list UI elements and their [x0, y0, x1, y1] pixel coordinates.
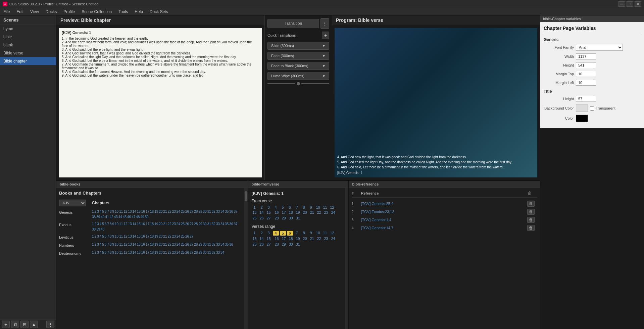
- title-height-input[interactable]: [576, 96, 596, 102]
- ref-link-3[interactable]: [TGV] Genesis:1,4: [361, 218, 526, 222]
- quick-transitions-label: Quick Transitions: [267, 33, 296, 37]
- scenes-add-button[interactable]: +: [2, 321, 10, 328]
- right-panel-content: Chapter Page Variables Generic Font Fami…: [540, 22, 644, 128]
- titlebar-text: OBS Studio 30.2.3 - Profile: Untitled - …: [9, 2, 98, 6]
- transition-fade-to-black[interactable]: Fade to Black (300ms) ▼: [267, 62, 329, 70]
- margin-top-input[interactable]: [576, 71, 596, 77]
- scene-item-blank[interactable]: blank: [0, 41, 56, 49]
- from-verse-grid: 123456789101112131415 161718192021222324…: [252, 205, 342, 221]
- scenes-filter-button[interactable]: ⊟: [20, 321, 29, 328]
- titlebar-controls: — □ ✕: [618, 1, 641, 7]
- cut-divider: [267, 82, 329, 85]
- title-height-label: Height: [544, 97, 574, 101]
- scene-item-hymn[interactable]: hymn: [0, 25, 56, 33]
- menu-docks[interactable]: Docks: [42, 8, 60, 15]
- bible-books-dock-header: bible-books: [56, 181, 248, 188]
- close-button[interactable]: ✕: [635, 1, 641, 7]
- ref-table-header: # Reference 🗑: [352, 191, 538, 198]
- center-main: Preview: Bible chapter [KJV] Genesis: 1 …: [56, 15, 540, 329]
- fromverse-scrollbar[interactable]: [345, 188, 348, 329]
- maximize-button[interactable]: □: [627, 1, 633, 7]
- minimize-button[interactable]: —: [618, 1, 625, 7]
- chapters-label: Chapters: [92, 201, 242, 205]
- bible-books-dock-content: Books and Chapters KJV Chapters Genesis …: [56, 188, 244, 329]
- preview-verse-2: 2. And the earth was without form, and v…: [62, 40, 259, 48]
- ref-link-1[interactable]: [TGV] Genesis:25,4: [361, 202, 526, 206]
- ref-col-label: Reference: [361, 191, 526, 195]
- program-verse-6: 6. And God said, Let there be a firmamen…: [337, 165, 535, 170]
- margin-left-input[interactable]: [576, 80, 596, 86]
- font-family-select[interactable]: Arial: [576, 44, 623, 51]
- width-input[interactable]: [576, 53, 596, 59]
- title-section-header: Title: [544, 89, 641, 94]
- program-bible-ref: [KJV] Genesis: 1: [337, 171, 535, 175]
- bg-color-picker[interactable]: [576, 105, 588, 112]
- titlebar-title: ● OBS Studio 30.2.3 - Profile: Untitled …: [3, 2, 98, 6]
- scenes-header: Scenes: [0, 15, 56, 25]
- app-icon: ●: [3, 2, 7, 6]
- transition-luma-wipe[interactable]: Luma Wipe (300ms) ▼: [267, 72, 329, 80]
- transparent-checkbox[interactable]: [590, 106, 594, 111]
- preview-verse-6: 6. And God said, Let there be a firmamen…: [62, 59, 259, 63]
- preview-verse-4: 4. And God saw the light, that it was go…: [62, 51, 259, 55]
- exodus-name: Exodus: [59, 222, 89, 227]
- right-panel: bible-Chapter variables Chapter Page Var…: [540, 15, 644, 128]
- transition-header-row: Transition ⋮: [267, 18, 329, 29]
- ref-link-4[interactable]: [TGV] Genesis:14,7: [361, 226, 526, 230]
- scenes-up-button[interactable]: ▲: [30, 321, 38, 328]
- menu-dock-sets[interactable]: Dock Sets: [146, 8, 171, 15]
- bible-reference-header: bible-reference: [349, 181, 540, 188]
- preview-content: [KJV] Genesis: 1 1. In the beginning God…: [59, 28, 262, 177]
- scene-item-bible[interactable]: bible: [0, 33, 56, 41]
- scenes-more-button[interactable]: ⋮: [46, 321, 54, 328]
- margin-left-row: Margin Left: [544, 80, 641, 86]
- scenes-list: hymn bible blank Bible verse Bible chapt…: [0, 25, 56, 319]
- preview-verse-8: 8. And God called the firmament Heaven. …: [62, 70, 259, 74]
- leviticus-chapters: 1234567891011121314151617181920212223242…: [92, 235, 242, 238]
- numbers-chapters: 1234567891011121314151617181920212223242…: [92, 243, 242, 246]
- transition-fade[interactable]: Fade (300ms) ▼: [267, 52, 329, 60]
- height-input[interactable]: [576, 62, 596, 68]
- font-family-row: Font Family Arial: [544, 44, 641, 51]
- scene-item-bible-chapter[interactable]: Bible chapter: [0, 57, 56, 65]
- ref-link-2[interactable]: [TGV] Exodus:23,12: [361, 210, 526, 214]
- menu-help[interactable]: Help: [131, 8, 146, 15]
- color-picker[interactable]: [576, 115, 588, 122]
- add-transition-button[interactable]: +: [322, 32, 329, 39]
- transition-dots-button[interactable]: ⋮: [320, 18, 329, 29]
- book-row-genesis: Genesis 12345678910111213141516171819202…: [59, 210, 242, 219]
- deuteronomy-name: Deuteronomy: [59, 251, 89, 255]
- titlebar: ● OBS Studio 30.2.3 - Profile: Untitled …: [0, 0, 644, 8]
- bible-reference-content: # Reference 🗑 1 [TGV] Genesis:25,4 🗑 2 […: [349, 188, 540, 329]
- preview-header: Preview: Bible chapter: [56, 15, 264, 25]
- menu-scene-collection[interactable]: Scene Collection: [78, 8, 115, 15]
- menu-tools[interactable]: Tools: [115, 8, 131, 15]
- menu-edit[interactable]: Edit: [13, 8, 27, 15]
- height-label: Height: [544, 63, 574, 67]
- transition-slide[interactable]: Slide (300ms) ▼: [267, 42, 329, 50]
- ref-delete-2[interactable]: 🗑: [527, 209, 535, 215]
- menu-view[interactable]: View: [27, 8, 42, 15]
- transition-button[interactable]: Transition: [267, 19, 319, 28]
- scene-item-bible-verse[interactable]: Bible verse: [0, 49, 56, 57]
- chapter-page-variables-title: Chapter Page Variables: [544, 26, 641, 33]
- scenes-delete-button[interactable]: 🗑: [11, 321, 19, 328]
- ref-delete-3[interactable]: 🗑: [527, 217, 535, 223]
- books-dock-scroll-thumb[interactable]: [245, 191, 247, 201]
- menu-profile[interactable]: Profile: [60, 8, 78, 15]
- right-panel-titlebar: bible-Chapter variables: [540, 15, 644, 22]
- program-overlay-text: 4. And God saw the light, that it was go…: [337, 155, 535, 175]
- program-content: 4. And God saw the light, that it was go…: [335, 28, 537, 177]
- scenes-panel: Scenes hymn bible blank Bible verse Bibl…: [0, 15, 56, 329]
- slide-chevron-icon: ▼: [322, 44, 326, 48]
- ref-delete-1[interactable]: 🗑: [527, 201, 535, 207]
- preview-bible-title: [KJV] Genesis: 1: [62, 31, 259, 35]
- exodus-chapters: 1234567891011121314151617181920212223242…: [92, 222, 242, 231]
- ref-col-delete-icon[interactable]: 🗑: [527, 191, 537, 196]
- transition-column: Transition ⋮ Quick Transitions + Slide (…: [265, 15, 332, 180]
- kjv-select[interactable]: KJV: [59, 200, 86, 206]
- books-dock-scrollbar[interactable]: [244, 188, 248, 329]
- ref-delete-4[interactable]: 🗑: [527, 225, 535, 231]
- height-row: Height: [544, 62, 641, 68]
- menu-file[interactable]: File: [0, 8, 13, 15]
